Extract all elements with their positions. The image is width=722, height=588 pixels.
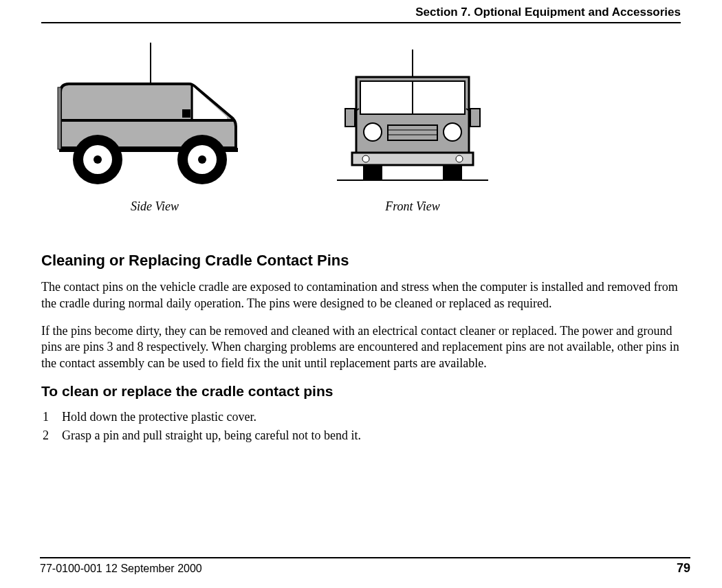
svg-rect-26 — [352, 153, 473, 165]
step-text: Grasp a pin and pull straight up, being … — [62, 426, 361, 445]
svg-point-10 — [198, 155, 206, 164]
figure-caption-front: Front View — [337, 199, 488, 214]
step-text: Hold down the protective plastic cover. — [62, 408, 256, 426]
section-title: Section 7. Optional Equipment and Access… — [415, 6, 681, 19]
svg-rect-23 — [388, 125, 437, 140]
page-number: 79 — [677, 561, 690, 576]
footer-rule — [40, 557, 690, 558]
page-header: Section 7. Optional Equipment and Access… — [41, 0, 681, 23]
body-paragraph-1: The contact pins on the vehicle cradle a… — [41, 279, 681, 312]
svg-point-28 — [456, 155, 463, 162]
figure-row: Side View — [55, 43, 681, 214]
figure-front-view: Front View — [337, 43, 488, 214]
van-side-icon — [55, 43, 254, 187]
subsection-heading: To clean or replace the cradle contact p… — [41, 383, 681, 400]
figure-side-view: Side View — [55, 43, 254, 214]
page-footer: 77-0100-001 12 September 2000 79 — [0, 557, 722, 576]
svg-point-27 — [362, 155, 369, 162]
svg-rect-30 — [443, 165, 462, 180]
svg-rect-11 — [58, 87, 61, 149]
main-content: Cleaning or Replacing Cradle Contact Pin… — [41, 252, 681, 445]
body-paragraph-2: If the pins become dirty, they can be re… — [41, 323, 681, 372]
svg-rect-19 — [470, 109, 480, 127]
figure-caption-side: Side View — [55, 199, 254, 214]
doc-id: 77-0100-001 12 September 2000 — [40, 563, 202, 575]
step-list: 1Hold down the protective plastic cover.… — [41, 408, 681, 445]
svg-point-7 — [94, 155, 102, 164]
list-item: 2Grasp a pin and pull straight up, being… — [43, 426, 681, 445]
van-front-icon — [337, 43, 488, 187]
step-number: 2 — [43, 426, 62, 445]
svg-point-21 — [364, 123, 382, 141]
section-heading: Cleaning or Replacing Cradle Contact Pin… — [41, 252, 681, 270]
svg-rect-29 — [363, 165, 382, 180]
svg-rect-16 — [412, 50, 413, 77]
svg-rect-17 — [345, 109, 355, 127]
step-number: 1 — [43, 408, 62, 426]
svg-point-22 — [444, 123, 461, 141]
list-item: 1Hold down the protective plastic cover. — [43, 408, 681, 426]
svg-rect-3 — [182, 109, 190, 118]
svg-rect-0 — [150, 43, 151, 84]
